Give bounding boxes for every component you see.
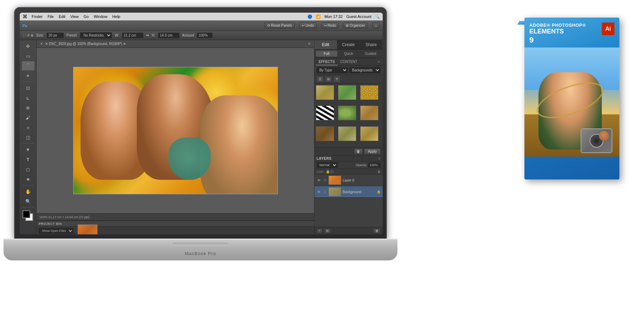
foreground-color-swatch[interactable]	[23, 210, 30, 218]
type-icon[interactable]: T	[333, 76, 340, 82]
brush-tool[interactable]: 🖌	[22, 113, 34, 122]
sub-tab-quick[interactable]: Quick	[338, 51, 359, 57]
hand-tool[interactable]: ✋	[22, 187, 34, 196]
wand-tool[interactable]: ✴	[22, 71, 34, 80]
color-swatch[interactable]	[23, 210, 34, 222]
layer-name-bg: Background	[343, 190, 375, 194]
tab-edit[interactable]: Edit	[314, 40, 337, 49]
bg-worldmap-thumb[interactable]	[338, 106, 356, 120]
sub-tab-guided[interactable]: Guided	[360, 51, 381, 57]
layer-type-icon-0: ⊡	[323, 178, 327, 182]
ps-canvas-wrapper[interactable]	[37, 48, 314, 213]
menu-file[interactable]: File	[47, 14, 54, 19]
layer-name-0: Layer 0	[343, 178, 381, 182]
by-type-select[interactable]: By Type	[317, 67, 348, 73]
menu-window[interactable]: Window	[94, 14, 107, 19]
swap-dimensions-icon[interactable]: ⇔	[146, 33, 149, 38]
layer-item-0[interactable]: 👁 ⊡ Layer 0	[314, 175, 383, 186]
bg-texture2-thumb[interactable]	[316, 126, 334, 141]
close-doc-icon-right[interactable]: ✕	[308, 42, 311, 46]
move-tool[interactable]: ✜	[22, 42, 34, 51]
width-input[interactable]	[122, 33, 143, 38]
tool-divider-1	[23, 82, 34, 82]
spot-heal-tool[interactable]: ⊕	[22, 103, 34, 112]
home-button[interactable]: ⌂	[372, 23, 380, 29]
blend-mode-select[interactable]: Normal	[317, 162, 338, 168]
bg-zebra-thumb[interactable]	[316, 106, 334, 120]
size-label: Size:	[36, 33, 44, 37]
lasso-tool[interactable]: ⌒	[22, 61, 34, 70]
project-bin-thumbnail[interactable]	[78, 224, 97, 234]
tab-share[interactable]: Share	[360, 40, 383, 49]
ps-right-panel: Edit Create Share Full Quick Guided	[314, 40, 383, 234]
bg-green-map-thumb[interactable]	[338, 85, 356, 100]
menu-edit[interactable]: Edit	[59, 14, 65, 19]
delete-layer-button[interactable]: 🗑	[373, 228, 381, 233]
layer-item-background[interactable]: 👁 ⊡ Background 🔒	[314, 186, 383, 198]
organizer-button[interactable]: ⊞ Organizer	[343, 23, 368, 29]
bg-texture4-thumb[interactable]	[360, 126, 378, 141]
menu-help[interactable]: Help	[112, 14, 120, 19]
new-group-button[interactable]: ⊞	[324, 228, 331, 233]
tab-create[interactable]: Create	[337, 40, 360, 49]
add-layer-button[interactable]: +	[317, 228, 323, 233]
shape-tool[interactable]: ◻	[22, 165, 34, 174]
macbook-label: MacBook Pro	[185, 251, 216, 256]
ps-logo: Ps	[23, 24, 27, 28]
lock-trash-icon[interactable]: 🗑	[377, 170, 381, 173]
zoom-tool[interactable]: 🔍	[22, 197, 34, 206]
h-label: H:	[152, 33, 155, 37]
search-icon[interactable]: 🔍	[375, 14, 380, 19]
menu-finder[interactable]: Finder	[32, 14, 43, 19]
bg-texture1-thumb[interactable]	[360, 106, 378, 120]
tab-effects[interactable]: EFFECTS	[316, 59, 338, 65]
marquee-tool[interactable]: ▭	[22, 51, 34, 61]
bg-texture3-thumb[interactable]	[338, 126, 356, 141]
crop-tool[interactable]: ⊡	[22, 83, 34, 93]
macbook-laptop: ⌘ Finder File Edit View Go Window Help 🔵…	[14, 7, 412, 296]
reset-panels-button[interactable]: ⟳ Reset Panels	[264, 23, 295, 29]
layer-visibility-icon-0[interactable]: 👁	[317, 178, 321, 183]
eraser-tool[interactable]: ◫	[22, 133, 34, 142]
apply-button[interactable]: Apply	[364, 148, 381, 154]
adobe-logo-row: ADOBE® PHOTOSHOP® ELEMENTS 9 Ai	[529, 23, 614, 45]
star-tool[interactable]: ★	[22, 175, 34, 184]
menu-go[interactable]: Go	[84, 14, 89, 19]
bg-leopard-thumb[interactable]	[360, 85, 378, 100]
show-files-dropdown[interactable]: Show Open Files	[39, 228, 74, 234]
paint-bucket-tool[interactable]: ▼	[22, 145, 34, 154]
ps-doc-tab[interactable]: ✕ ✕ DSC_3929.jpg @ 100% (Background, RGB…	[37, 40, 314, 48]
tool-options-icons: ⬚ ↺ ⊕	[23, 33, 33, 37]
bg-ancient-thumb[interactable]	[316, 85, 334, 100]
tab-content[interactable]: CONTENT	[338, 59, 360, 65]
apple-menu-icon[interactable]: ⌘	[23, 14, 27, 19]
close-doc-icon[interactable]: ✕	[40, 42, 43, 46]
layer-visibility-icon-bg[interactable]: 👁	[317, 189, 321, 194]
grid-view-icon[interactable]: ⊞	[325, 76, 332, 82]
icon-row: ☰ ⊞ T	[314, 75, 383, 84]
eyedropper-tool[interactable]: ⊾	[22, 93, 34, 102]
delete-bg-button[interactable]: 🗑	[354, 148, 363, 154]
adobe-brand-label: ADOBE® PHOTOSHOP®	[529, 23, 599, 28]
layer-thumbnail-0	[329, 176, 341, 185]
size-input[interactable]	[47, 33, 64, 38]
undo-button[interactable]: ↩ Undo	[299, 23, 317, 29]
height-input[interactable]	[158, 33, 179, 38]
redo-button[interactable]: ↪ Redo	[321, 23, 339, 29]
list-view-icon[interactable]: ☰	[317, 76, 324, 82]
opacity-input[interactable]	[368, 163, 381, 167]
menu-view[interactable]: View	[70, 14, 79, 19]
sub-tab-full[interactable]: Full	[316, 51, 337, 57]
ps-options-bar: ⬚ ↺ ⊕ Size: Preset: No Restrictio... W: …	[20, 31, 383, 40]
sub-tabs: Full Quick Guided	[314, 50, 383, 58]
panel-menu-icon[interactable]: ≡	[376, 59, 381, 65]
tool-divider-4	[23, 207, 34, 208]
clone-tool[interactable]: ⍟	[22, 123, 34, 132]
type-tool[interactable]: T	[22, 155, 34, 164]
layers-menu-icon[interactable]: ≡	[378, 157, 381, 160]
amount-input[interactable]	[197, 33, 212, 38]
guest-account[interactable]: Guest Account	[346, 14, 371, 19]
backgrounds-select[interactable]: Backgrounds	[349, 67, 381, 73]
preset-select[interactable]: No Restrictio...	[80, 32, 112, 38]
layer-type-icon-bg: ⊡	[323, 190, 327, 194]
